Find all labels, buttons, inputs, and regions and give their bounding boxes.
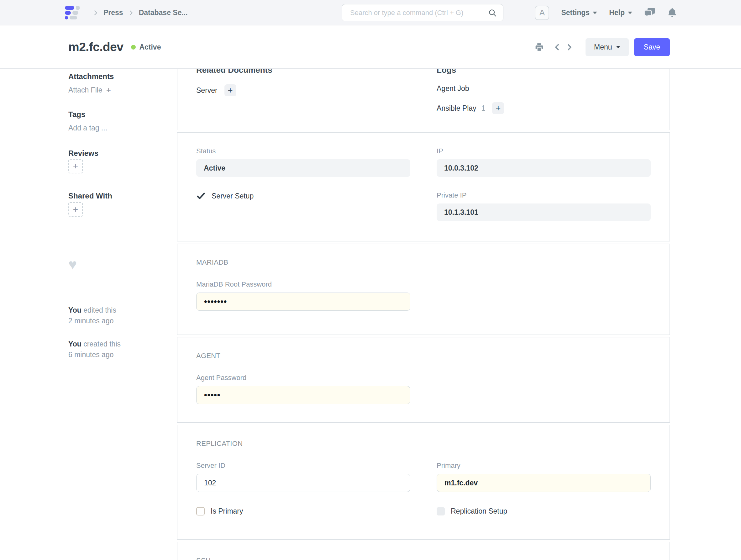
- created-time: 6 minutes ago: [68, 349, 177, 360]
- search-icon: [488, 8, 497, 17]
- private-ip-field-label: Private IP: [436, 191, 651, 199]
- status-field-label: Status: [196, 147, 410, 155]
- add-ansible-play-button[interactable]: +: [492, 102, 504, 114]
- is-primary-checkbox-row: Is Primary: [196, 507, 410, 515]
- replication-setup-checkbox: [436, 507, 445, 515]
- mariadb-root-password-input[interactable]: •••••••: [196, 293, 410, 311]
- global-search[interactable]: [342, 4, 503, 21]
- check-icon: [196, 191, 206, 201]
- created-action: created this: [83, 340, 121, 348]
- related-documents-heading: Related Documents: [196, 69, 410, 75]
- share-button[interactable]: +: [68, 202, 83, 217]
- primary-label: Primary: [436, 461, 651, 470]
- print-icon[interactable]: [534, 42, 544, 52]
- created-activity: You created this 6 minutes ago: [68, 338, 177, 360]
- shared-with-heading: Shared With: [68, 192, 177, 200]
- chevron-down-icon: [616, 46, 620, 48]
- mariadb-root-password-label: MariaDB Root Password: [196, 280, 410, 289]
- agent-password-input[interactable]: •••••: [196, 386, 410, 404]
- agent-password-label: Agent Password: [196, 374, 410, 382]
- save-button[interactable]: Save: [634, 38, 670, 56]
- help-menu[interactable]: Help: [609, 8, 632, 17]
- tags-heading: Tags: [68, 110, 177, 119]
- attachments-heading: Attachments: [68, 72, 177, 81]
- created-by: You: [68, 340, 81, 348]
- primary-input[interactable]: m1.fc.dev: [436, 474, 651, 492]
- plus-icon: +: [495, 104, 500, 113]
- ip-field-value: 10.0.3.102: [436, 159, 651, 177]
- section-ssh: SSH: [177, 542, 670, 560]
- plus-icon: +: [73, 161, 78, 171]
- related-doc-server-link[interactable]: Server: [196, 86, 217, 95]
- form-body: Related Documents Server + Logs Agent Jo…: [177, 69, 670, 560]
- next-document-icon[interactable]: [565, 43, 574, 51]
- is-primary-checkbox[interactable]: [196, 507, 205, 515]
- related-doc-row: Server +: [196, 84, 410, 96]
- notifications-bell-icon[interactable]: [667, 7, 677, 18]
- settings-menu[interactable]: Settings: [561, 8, 597, 17]
- content-area: Attachments Attach File + Tags Add a tag…: [0, 69, 741, 560]
- plus-icon: +: [228, 85, 233, 95]
- logo-shape: [65, 16, 68, 19]
- section-replication: REPLICATION Server ID Is Primary: [177, 425, 670, 540]
- logo-shape: [72, 11, 78, 15]
- server-setup-checkbox: Server Setup: [196, 191, 410, 201]
- mariadb-section-heading: MARIADB: [196, 258, 651, 266]
- status-indicator-dot: [131, 45, 136, 50]
- menu-button[interactable]: Menu: [586, 38, 629, 56]
- search-input[interactable]: [342, 9, 488, 17]
- chevron-right-icon: [128, 9, 134, 16]
- menu-button-label: Menu: [594, 43, 612, 51]
- server-id-input[interactable]: [196, 474, 410, 492]
- ip-field-label: IP: [436, 147, 651, 155]
- add-tag-input[interactable]: Add a tag ...: [68, 124, 177, 132]
- section-agent: AGENT Agent Password •••••: [177, 337, 670, 423]
- attach-file-label: Attach File: [68, 86, 103, 95]
- logo-shape: [76, 6, 80, 10]
- replication-setup-checkbox-row: Replication Setup: [436, 507, 651, 515]
- edited-activity: You edited this 2 minutes ago: [68, 305, 177, 326]
- agent-job-link[interactable]: Agent Job: [436, 84, 469, 93]
- attach-file-button[interactable]: Attach File +: [68, 85, 177, 95]
- is-primary-label: Is Primary: [211, 507, 243, 515]
- ansible-play-link[interactable]: Ansible Play: [436, 104, 476, 113]
- edited-time: 2 minutes ago: [68, 315, 177, 326]
- logo-shape: [65, 11, 71, 15]
- app-logo[interactable]: [65, 6, 80, 19]
- page-head: m2.fc.dev Active Menu Save: [0, 25, 741, 69]
- breadcrumb: Press Database Se...: [104, 8, 188, 17]
- plus-icon: +: [73, 204, 78, 214]
- like-heart-icon[interactable]: ♥: [68, 258, 177, 270]
- log-row-agent-job: Agent Job: [436, 84, 651, 93]
- section-dashboard: Related Documents Server + Logs Agent Jo…: [177, 69, 670, 130]
- edited-action: edited this: [83, 306, 116, 314]
- chat-icon[interactable]: [644, 7, 656, 18]
- logs-heading: Logs: [436, 69, 651, 75]
- reviews-heading: Reviews: [68, 149, 177, 158]
- plus-icon: +: [106, 85, 111, 95]
- add-review-button[interactable]: +: [68, 159, 83, 173]
- replication-setup-label: Replication Setup: [451, 507, 507, 515]
- add-server-button[interactable]: +: [224, 84, 237, 96]
- navbar: Press Database Se... A Settings Help: [0, 0, 741, 25]
- app-window: Press Database Se... A Settings Help: [0, 0, 741, 560]
- server-setup-label: Server Setup: [212, 192, 254, 200]
- status-field-value: Active: [196, 159, 410, 177]
- log-row-ansible-play: Ansible Play 1 +: [436, 102, 651, 114]
- server-id-label: Server ID: [196, 461, 410, 470]
- help-label: Help: [609, 8, 625, 17]
- chevron-right-icon: [92, 9, 99, 16]
- settings-label: Settings: [561, 8, 590, 17]
- logo-shape: [70, 16, 77, 19]
- breadcrumb-item-doctype[interactable]: Database Se...: [139, 8, 188, 17]
- private-ip-field-value: 10.1.3.101: [436, 203, 651, 221]
- prev-document-icon[interactable]: [553, 43, 561, 51]
- breadcrumb-item-press[interactable]: Press: [104, 8, 123, 17]
- form-sidebar: Attachments Attach File + Tags Add a tag…: [68, 69, 177, 560]
- agent-section-heading: AGENT: [196, 352, 651, 360]
- section-mariadb: MARIADB MariaDB Root Password •••••••: [177, 244, 670, 335]
- avatar[interactable]: A: [535, 6, 549, 20]
- page-title: m2.fc.dev: [68, 40, 123, 54]
- chevron-down-icon: [628, 12, 632, 14]
- replication-section-heading: REPLICATION: [196, 440, 651, 448]
